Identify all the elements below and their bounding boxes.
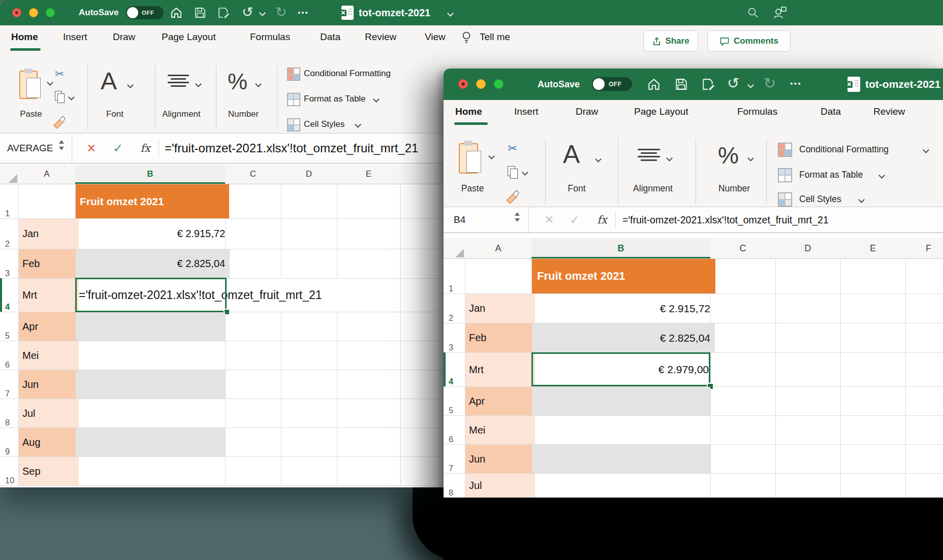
cell-b5[interactable] (532, 387, 710, 415)
col-header-d[interactable]: D (775, 238, 841, 259)
row-header-1[interactable]: 1 (0, 184, 18, 221)
undo-dropdown-icon[interactable] (259, 10, 266, 16)
cell-b3[interactable]: € 2.825,04 (76, 249, 230, 278)
font-button-icon[interactable]: A (101, 69, 117, 93)
cell-a6[interactable]: Mei (465, 416, 535, 444)
paste-dropdown-icon[interactable] (47, 79, 53, 86)
name-box-spinner[interactable] (59, 140, 64, 150)
tab-insert[interactable]: Insert (514, 100, 539, 123)
undo-icon[interactable]: ↺ (727, 75, 739, 92)
cell-b1-title[interactable]: Fruit omzet 2021 (532, 259, 715, 293)
row-header-7[interactable]: 7 (444, 444, 464, 476)
copy-dropdown-icon[interactable] (68, 94, 75, 101)
row-header-5[interactable]: 5 (0, 312, 18, 344)
row-header-8[interactable]: 8 (0, 399, 18, 431)
paste-button[interactable] (459, 141, 484, 177)
row-header-1[interactable]: 1 (444, 258, 464, 297)
insert-function-icon[interactable]: fx (135, 134, 155, 163)
cell-b5[interactable] (76, 312, 225, 341)
cell-a6[interactable]: Mei (19, 341, 79, 370)
cell-styles-label[interactable]: Cell Styles (304, 117, 344, 131)
home-icon[interactable] (170, 6, 183, 19)
cell-a4[interactable]: Mrt (465, 353, 535, 386)
paste-dropdown-icon[interactable] (488, 153, 495, 159)
col-header-d[interactable]: D (281, 164, 337, 184)
cell-b2[interactable]: € 2.915,72 (76, 219, 230, 249)
zoom-button[interactable] (494, 79, 504, 89)
account-icon[interactable] (772, 5, 788, 20)
col-header-a[interactable]: A (465, 238, 532, 259)
row-header-3[interactable]: 3 (0, 249, 18, 281)
title-dropdown-icon[interactable] (447, 10, 454, 17)
minimize-button[interactable] (29, 8, 38, 17)
cancel-entry-icon[interactable]: ✕ (539, 207, 559, 233)
confirm-entry-icon[interactable]: ✓ (108, 134, 128, 163)
cell-a5[interactable]: Apr (465, 387, 535, 415)
conditional-formatting-label[interactable]: Conditional Formatting (799, 142, 889, 157)
tab-review[interactable]: Review (365, 25, 396, 49)
save-icon[interactable] (194, 7, 206, 19)
cell-b7[interactable] (76, 370, 225, 399)
cell-styles-label[interactable]: Cell Styles (799, 191, 841, 207)
col-header-b[interactable]: B (75, 164, 226, 184)
row-header-9[interactable]: 9 (0, 427, 18, 459)
select-all-corner[interactable] (444, 238, 465, 259)
redo-icon[interactable]: ↻ (764, 75, 776, 92)
tab-formulas[interactable]: Formulas (737, 100, 777, 123)
cell-a7[interactable]: Jun (19, 370, 79, 399)
confirm-entry-icon[interactable]: ✓ (564, 207, 585, 233)
tab-page-layout[interactable]: Page Layout (634, 100, 688, 123)
row-header-5[interactable]: 5 (444, 386, 464, 418)
col-header-b[interactable]: B (531, 238, 711, 259)
close-button[interactable] (458, 79, 468, 89)
save-as-icon[interactable] (702, 78, 715, 91)
conditional-formatting-label[interactable]: Conditional Formatting (304, 67, 391, 81)
format-as-table-icon[interactable] (287, 93, 300, 106)
number-dropdown-icon[interactable] (255, 81, 262, 87)
close-button[interactable] (12, 8, 21, 17)
cell-a2[interactable]: Jan (19, 219, 79, 249)
cell-b2[interactable]: € 2.915,72 (532, 294, 715, 323)
conditional-formatting-dropdown-icon[interactable] (923, 147, 929, 153)
cell-b7[interactable] (532, 445, 710, 473)
tab-insert[interactable]: Insert (63, 25, 87, 49)
cell-styles-dropdown-icon[interactable] (858, 196, 865, 203)
cell-a3[interactable]: Feb (465, 323, 535, 352)
select-all-corner[interactable] (0, 164, 19, 184)
conditional-formatting-icon[interactable] (287, 68, 300, 81)
share-button[interactable]: Share (643, 30, 698, 52)
cut-icon[interactable]: ✂ (508, 142, 517, 155)
cell-styles-icon[interactable] (778, 192, 792, 207)
font-dropdown-icon[interactable] (595, 156, 602, 162)
autosave-toggle[interactable]: OFF (592, 77, 632, 91)
cell-a5[interactable]: Apr (19, 312, 79, 341)
tab-data[interactable]: Data (320, 25, 340, 49)
selected-cell-border[interactable] (531, 352, 710, 386)
cell-a7[interactable]: Jun (465, 445, 535, 473)
row-header-3[interactable]: 3 (444, 323, 464, 355)
search-icon[interactable] (747, 7, 759, 19)
format-as-table-label[interactable]: Format as Table (799, 167, 863, 182)
tab-home[interactable]: Home (11, 25, 38, 49)
back-doc-title[interactable]: tot-omzet-2021 (359, 0, 430, 25)
col-header-e[interactable]: E (840, 238, 906, 259)
row-header-8[interactable]: 8 (444, 473, 464, 501)
alignment-dropdown-icon[interactable] (195, 81, 202, 87)
tab-draw[interactable]: Draw (576, 100, 598, 123)
alignment-button-icon[interactable] (168, 73, 189, 89)
row-header-6[interactable]: 6 (0, 341, 18, 373)
copy-dropdown-icon[interactable] (522, 169, 528, 176)
redo-icon[interactable]: ↻ (275, 4, 287, 20)
tab-data[interactable]: Data (821, 100, 841, 123)
col-header-f[interactable]: F (905, 238, 943, 259)
undo-icon[interactable]: ↺ (242, 4, 254, 20)
cell-b9[interactable] (76, 428, 225, 456)
cell-styles-dropdown-icon[interactable] (355, 121, 361, 128)
font-dropdown-icon[interactable] (127, 82, 134, 88)
save-as-icon[interactable] (217, 7, 230, 19)
format-as-table-dropdown-icon[interactable] (878, 172, 885, 179)
conditional-formatting-icon[interactable] (778, 143, 792, 157)
row-header-6[interactable]: 6 (444, 415, 464, 447)
row-header-7[interactable]: 7 (0, 370, 18, 402)
format-as-table-label[interactable]: Format as Table (304, 92, 366, 106)
